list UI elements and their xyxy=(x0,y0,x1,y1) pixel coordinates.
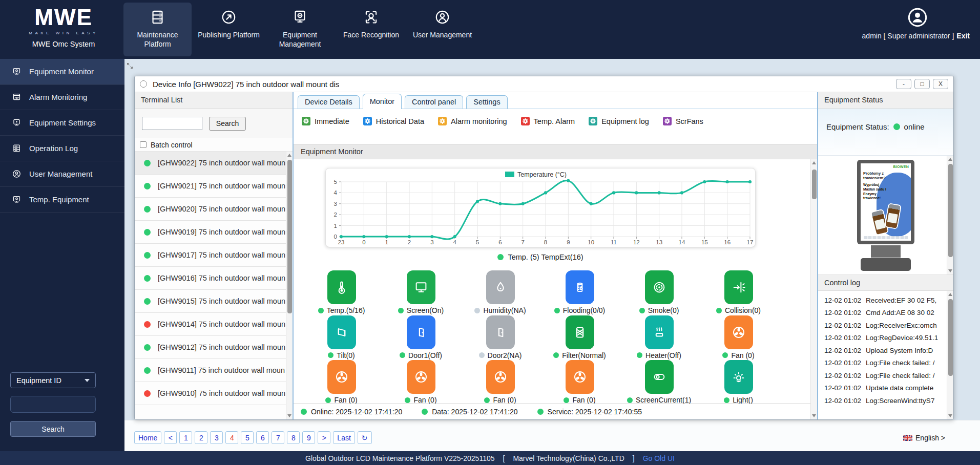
scrollbar-thumb[interactable] xyxy=(812,170,817,199)
device-list-item[interactable]: [GHW9014] 75 inch outdoor wall moun xyxy=(135,313,286,336)
tab-device-details[interactable]: Device Details xyxy=(298,95,360,109)
device-list-item[interactable]: [GHW9015] 75 inch outdoor wall moun xyxy=(135,290,286,313)
sensor-tile-humidity-na[interactable] xyxy=(486,270,515,304)
sidebar-item-operation-log[interactable]: Operation Log xyxy=(0,136,124,161)
scroll-down-arrow[interactable] xyxy=(287,414,291,417)
scrollbar[interactable] xyxy=(286,152,293,419)
terminal-search-input[interactable] xyxy=(142,117,202,130)
sidebar-search-input[interactable] xyxy=(10,396,96,413)
device-list-item[interactable]: [GHW9020] 75 inch outdoor wall moun xyxy=(135,198,286,221)
page-button-home[interactable]: Home xyxy=(134,431,161,444)
sidebar-item-temp-equipment[interactable]: Temp. Equipment xyxy=(0,187,124,213)
page-next-button[interactable]: > xyxy=(318,431,330,444)
scrollbar[interactable] xyxy=(947,291,953,419)
toolbar-item-alarm-monitoring[interactable]: Alarm monitoring xyxy=(438,117,507,125)
equipment-id-select[interactable]: Equipment ID xyxy=(10,372,96,388)
sensor-tile-screen-on[interactable] xyxy=(407,270,435,304)
nav-item-maintenance-platform[interactable]: Maintenance Platform xyxy=(123,3,192,56)
tab-control-panel[interactable]: Control panel xyxy=(405,95,463,109)
sensor-tile-temp-5-16[interactable] xyxy=(327,270,356,304)
scrollbar[interactable] xyxy=(810,159,817,419)
toolbar-item-historical-data[interactable]: Historical Data xyxy=(363,117,424,125)
scroll-up-arrow[interactable] xyxy=(287,154,291,157)
language-selector[interactable]: English > xyxy=(903,431,945,444)
sensor-tile-fan-0[interactable] xyxy=(724,315,753,349)
maximize-button[interactable]: □ xyxy=(914,79,930,89)
device-list-item[interactable]: [GHW9016] 75 inch outdoor wall moun xyxy=(135,267,286,290)
sensor-tile-smoke-0[interactable] xyxy=(645,270,674,304)
sensor-tile-light[interactable] xyxy=(724,360,753,394)
sensor-status-dot xyxy=(400,352,405,358)
scroll-down-arrow[interactable] xyxy=(812,414,816,417)
page-button-7[interactable]: 7 xyxy=(272,431,284,444)
tab-settings[interactable]: Settings xyxy=(466,95,507,109)
sidebar-item-user-management[interactable]: User Management xyxy=(0,161,124,187)
close-button[interactable]: X xyxy=(933,79,948,89)
window-radio[interactable] xyxy=(140,80,147,88)
toolbar-item-temp-alarm[interactable]: Temp. Alarm xyxy=(521,117,575,125)
go-old-ui-link[interactable]: Go Old UI xyxy=(643,454,675,462)
refresh-button[interactable]: ↻ xyxy=(358,431,372,444)
sensor-tile-door1-off[interactable] xyxy=(407,315,435,349)
device-list-item[interactable]: [GHW9021] 75 inch outdoor wall moun xyxy=(135,175,286,198)
scrollbar[interactable] xyxy=(947,156,953,274)
device-list-item[interactable]: [GHW9017] 75 inch outdoor wall moun xyxy=(135,244,286,267)
sidebar-item-equipment-settings[interactable]: Equipment Settings xyxy=(0,110,124,136)
terminal-search-button[interactable]: Search xyxy=(209,117,246,131)
page-button-6[interactable]: 6 xyxy=(256,431,269,444)
sensor-tile-tilt-0[interactable] xyxy=(327,315,356,349)
toolbar-item-scrfans[interactable]: ScrFans xyxy=(663,117,703,125)
device-list-item[interactable]: [GHW9022] 75 inch outdoor wall moun xyxy=(135,152,286,175)
sensor-tile-fan-0[interactable] xyxy=(327,360,356,394)
scroll-up-arrow[interactable] xyxy=(812,161,816,164)
batch-control-checkbox[interactable] xyxy=(140,141,147,148)
page-button-4[interactable]: 4 xyxy=(225,431,238,444)
scroll-up-arrow[interactable] xyxy=(948,158,952,161)
toolbar-item-immediate[interactable]: Immediate xyxy=(302,117,349,125)
log-entry: 12-02 01:02Cmd Add:AE 08 30 02 xyxy=(818,307,947,320)
device-list-item[interactable]: [GHW9011] 75 inch outdoor wall moun xyxy=(135,359,286,382)
device-list-item[interactable]: [GHW9019] 75 inch outdoor wall moun xyxy=(135,221,286,244)
sensor-tile-screencurrent-1[interactable] xyxy=(645,360,674,394)
scrollbar-thumb[interactable] xyxy=(948,299,953,376)
page-button-2[interactable]: 2 xyxy=(195,431,207,444)
scrollbar-thumb[interactable] xyxy=(948,164,953,257)
tab-monitor[interactable]: Monitor xyxy=(363,94,402,109)
page-button-5[interactable]: 5 xyxy=(241,431,254,444)
sidebar-search-button[interactable]: Search xyxy=(10,421,96,437)
page-button-last[interactable]: Last xyxy=(333,431,355,444)
sidebar-item-alarm-monitoring[interactable]: Alarm Monitoring xyxy=(0,84,124,110)
scrollbar-thumb[interactable] xyxy=(287,160,292,313)
resize-corner-icon[interactable] xyxy=(127,62,133,71)
sensor-tile-fan-0[interactable] xyxy=(486,360,515,394)
nav-item-face-recognition[interactable]: Face Recognition xyxy=(337,3,405,56)
sensor-tile-fan-0[interactable] xyxy=(566,360,594,394)
page-button-1[interactable]: 1 xyxy=(179,431,192,444)
nav-item-publishing-platform[interactable]: Publishing Platform xyxy=(195,3,263,56)
sidebar-item-equipment-monitor[interactable]: Equipment Monitor xyxy=(0,59,124,84)
status-dot xyxy=(422,409,428,415)
sensor-tile-flooding-0-0[interactable] xyxy=(566,270,594,304)
page-button-8[interactable]: 8 xyxy=(287,431,300,444)
avatar-icon[interactable] xyxy=(907,7,928,30)
exit-link[interactable]: Exit xyxy=(956,32,970,40)
page-button-3[interactable]: 3 xyxy=(210,431,223,444)
nav-item-equipment-management[interactable]: Equipment Management xyxy=(266,3,334,56)
sensor-tile-fan-0[interactable] xyxy=(407,360,435,394)
sensor-tile-heater-off[interactable] xyxy=(645,315,674,349)
page-prev-button[interactable]: < xyxy=(164,431,177,444)
scroll-down-arrow[interactable] xyxy=(948,269,952,272)
sensor-tile-door2-na[interactable] xyxy=(486,315,515,349)
sensor-tile-filter-normal[interactable] xyxy=(566,315,594,349)
scroll-up-arrow[interactable] xyxy=(948,293,952,296)
door-icon xyxy=(493,325,508,340)
page-button-9[interactable]: 9 xyxy=(302,431,315,444)
temp-status-dot xyxy=(497,254,504,260)
device-list-item[interactable]: [GHW9010] 75 inch outdoor wall moun xyxy=(135,382,286,405)
scroll-down-arrow[interactable] xyxy=(948,414,952,417)
toolbar-item-equipment-log[interactable]: Equipment log xyxy=(589,117,649,125)
sensor-tile-collision-0[interactable] xyxy=(724,270,753,304)
minimize-button[interactable]: - xyxy=(896,79,911,89)
device-list-item[interactable]: [GHW9012] 75 inch outdoor wall moun xyxy=(135,336,286,359)
nav-item-user-management[interactable]: User Management xyxy=(408,3,476,56)
